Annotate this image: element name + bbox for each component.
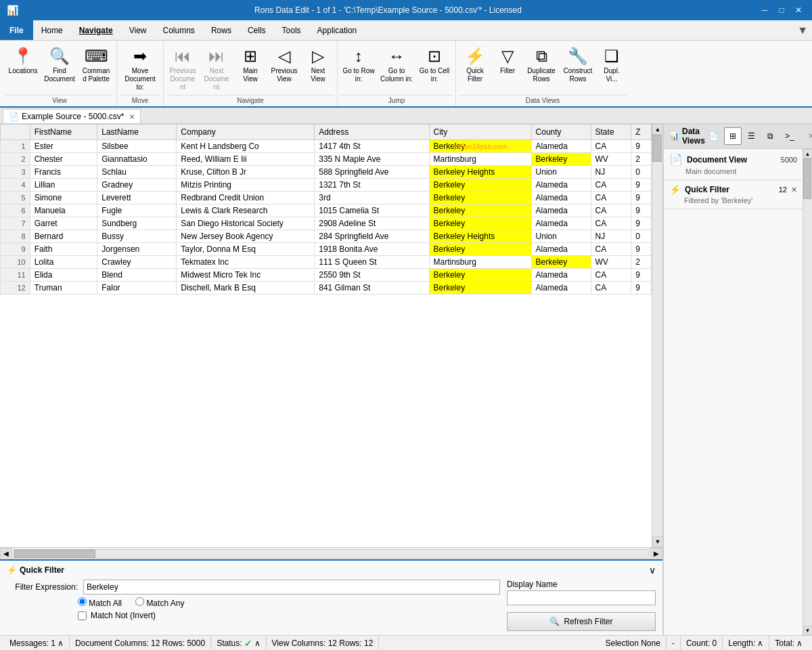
menu-tools[interactable]: Tools <box>274 20 309 40</box>
table-row[interactable]: 5SimoneLeverettRedbrand Credit Union3rdB… <box>1 192 652 204</box>
panel-tool-dup[interactable]: ⧉ <box>762 127 780 145</box>
cell-state[interactable]: CA <box>591 192 631 204</box>
col-header-company[interactable]: Company <box>177 125 315 140</box>
table-row[interactable]: 3FrancisSchlauKruse, Clifton B Jr588 Spr… <box>1 166 652 179</box>
col-header-address[interactable]: Address <box>315 125 429 140</box>
cell-state[interactable]: WV <box>591 256 631 269</box>
right-scroll-thumb[interactable] <box>803 158 811 199</box>
hscroll-left-arrow[interactable]: ◀ <box>0 548 12 560</box>
display-name-input[interactable] <box>507 590 656 605</box>
cell-city[interactable]: Berkeley <box>429 179 531 192</box>
cell-firstname[interactable]: Truman <box>30 282 97 295</box>
cell-city[interactable]: Berkeley <box>429 269 531 282</box>
document-tab-close[interactable]: ✕ <box>129 113 135 121</box>
cell-z[interactable]: 9 <box>631 204 652 217</box>
table-row[interactable]: 7GarretSundbergSan Diego Historical Soci… <box>1 217 652 230</box>
cell-lastname[interactable]: Giannattasio <box>97 153 177 166</box>
status-length-caret[interactable]: ∧ <box>757 638 763 648</box>
cell-county[interactable]: Union <box>531 166 591 179</box>
cell-z[interactable]: 9 <box>631 192 652 204</box>
cell-county[interactable]: Alameda <box>531 282 591 295</box>
cell-city[interactable]: Berkeley Heights <box>429 230 531 243</box>
table-row[interactable]: 2ChesterGiannattasioReed, William E Iii3… <box>1 153 652 166</box>
cell-lastname[interactable]: Falor <box>97 282 177 295</box>
cell-county[interactable]: Alameda <box>531 217 591 230</box>
cell-z[interactable]: 2 <box>631 153 652 166</box>
cell-city[interactable]: Berkeley <box>429 217 531 230</box>
cell-z[interactable]: 9 <box>631 217 652 230</box>
cell-county[interactable]: Alameda <box>531 140 591 153</box>
cell-company[interactable]: Redbrand Credit Union <box>177 192 315 204</box>
cell-county[interactable]: Berkeley <box>531 153 591 166</box>
match-not-checkbox[interactable] <box>78 611 87 620</box>
cell-county[interactable]: Union <box>531 230 591 243</box>
cell-lastname[interactable]: Leverett <box>97 192 177 204</box>
match-all-radio-label[interactable]: Match All <box>78 597 122 608</box>
cell-lastname[interactable]: Bussy <box>97 230 177 243</box>
cell-state[interactable]: CA <box>591 243 631 256</box>
cell-company[interactable]: Midwest Micro Tek Inc <box>177 269 315 282</box>
cell-lastname[interactable]: Gradney <box>97 179 177 192</box>
cell-company[interactable]: Dischell, Mark B Esq <box>177 282 315 295</box>
panel-tool-doc[interactable]: 📄 <box>705 127 723 145</box>
cell-state[interactable]: CA <box>591 204 631 217</box>
status-up-arrow[interactable]: ∧ <box>58 638 64 648</box>
document-tab[interactable]: 📄 Example Source - 5000.csv* ✕ <box>3 109 141 123</box>
col-header-city[interactable]: City <box>429 125 531 140</box>
table-row[interactable]: 12TrumanFalorDischell, Mark B Esq841 Gil… <box>1 282 652 295</box>
cell-address[interactable]: 335 N Maple Ave <box>315 153 429 166</box>
close-button[interactable]: ✕ <box>792 3 805 17</box>
locations-button[interactable]: 📍 Locations <box>5 43 41 88</box>
cell-firstname[interactable]: Lillian <box>30 179 97 192</box>
document-view-item[interactable]: 📄 Document View 5000 Main document <box>664 149 803 180</box>
filter-button[interactable]: ▽ Filter <box>493 43 522 88</box>
cell-company[interactable]: Tekmatex Inc <box>177 256 315 269</box>
cell-city[interactable]: Martinsburg <box>429 256 531 269</box>
status-caret[interactable]: ∧ <box>254 638 261 648</box>
cell-address[interactable]: 588 Springfield Ave <box>315 166 429 179</box>
vscroll-down-arrow[interactable]: ▼ <box>652 536 662 547</box>
cell-state[interactable]: CA <box>591 269 631 282</box>
cell-company[interactable]: Taylor, Donna M Esq <box>177 243 315 256</box>
data-grid-scroll[interactable]: FirstName LastName Company Address City … <box>0 124 652 547</box>
cell-county[interactable]: Alameda <box>531 204 591 217</box>
cell-company[interactable]: Lewis & Clark Research <box>177 204 315 217</box>
right-scroll-down[interactable]: ▼ <box>803 626 813 635</box>
cell-county[interactable]: Alameda <box>531 269 591 282</box>
cell-city[interactable]: Berkeley <box>429 204 531 217</box>
menu-navigate[interactable]: Navigate <box>71 20 121 40</box>
cell-z[interactable]: 9 <box>631 243 652 256</box>
duplicate-rows-button[interactable]: ⧉ Duplicate Rows <box>524 43 559 88</box>
cell-z[interactable]: 9 <box>631 282 652 295</box>
cell-address[interactable]: 284 Springfield Ave <box>315 230 429 243</box>
cell-state[interactable]: NJ <box>591 166 631 179</box>
main-view-button[interactable]: ⊞ Main View <box>234 43 267 88</box>
menu-columns[interactable]: Columns <box>155 20 203 40</box>
col-header-firstname[interactable]: FirstName <box>30 125 97 140</box>
col-header-rownum[interactable] <box>1 125 30 140</box>
grid-vertical-scrollbar[interactable]: ▲ ▼ <box>652 124 662 547</box>
col-header-state[interactable]: State <box>591 125 631 140</box>
table-row[interactable]: 9FaithJorgensenTaylor, Donna M Esq1918 B… <box>1 243 652 256</box>
cell-company[interactable]: Kruse, Clifton B Jr <box>177 166 315 179</box>
cell-address[interactable]: 3rd <box>315 192 429 204</box>
next-view-button[interactable]: ▷ Next View <box>302 43 334 88</box>
menu-view[interactable]: View <box>121 20 155 40</box>
cell-state[interactable]: CA <box>591 217 631 230</box>
menu-file[interactable]: File <box>0 20 33 40</box>
cell-county[interactable]: Alameda <box>531 179 591 192</box>
cell-address[interactable]: 1918 Bonita Ave <box>315 243 429 256</box>
col-header-county[interactable]: County <box>531 125 591 140</box>
table-row[interactable]: 10LolitaCrawleyTekmatex Inc111 S Queen S… <box>1 256 652 269</box>
cell-county[interactable]: Alameda <box>531 243 591 256</box>
cell-address[interactable]: 1417 4th St <box>315 140 429 153</box>
cell-lastname[interactable]: Silsbee <box>97 140 177 153</box>
quick-filter-item[interactable]: ⚡ Quick Filter 12 ✕ Filtered by 'Berkele… <box>664 180 803 209</box>
cell-company[interactable]: Kent H Landsberg Co <box>177 140 315 153</box>
cell-company[interactable]: Mitzis Printing <box>177 179 315 192</box>
panel-tool-code[interactable]: >_ <box>781 127 798 145</box>
cell-city[interactable]: Berkeley <box>429 243 531 256</box>
go-to-column-button[interactable]: ↔ Go to Column in: <box>378 43 415 88</box>
cell-state[interactable]: NJ <box>591 230 631 243</box>
cell-company[interactable]: Reed, William E Iii <box>177 153 315 166</box>
